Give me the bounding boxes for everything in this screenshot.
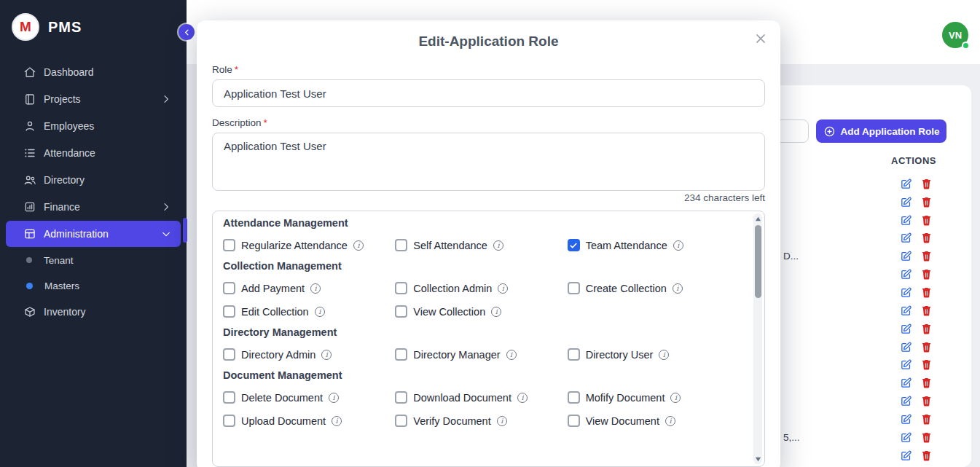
edit-icon[interactable] [900, 323, 912, 335]
sidebar-subitem-tenant[interactable]: Tenant [6, 248, 181, 272]
checkbox[interactable] [568, 282, 580, 294]
delete-icon[interactable] [920, 358, 933, 371]
edit-icon[interactable] [900, 358, 912, 371]
edit-icon[interactable] [900, 214, 912, 227]
edit-icon[interactable] [900, 305, 912, 317]
close-icon[interactable] [753, 31, 769, 47]
sidebar-item-inventory[interactable]: Inventory [6, 299, 181, 325]
delete-icon[interactable] [920, 250, 933, 262]
permission-view-document[interactable]: View Documenti [568, 415, 740, 427]
info-icon[interactable]: i [310, 283, 321, 294]
edit-icon[interactable] [900, 450, 912, 462]
permission-delete-document[interactable]: Delete Documenti [223, 391, 395, 404]
permission-add-payment[interactable]: Add Paymenti [223, 282, 395, 294]
checkbox[interactable] [395, 305, 407, 318]
edit-icon[interactable] [900, 413, 912, 425]
permission-view-collection[interactable]: View Collectioni [395, 305, 567, 318]
description-textarea[interactable]: Application Test User [212, 133, 765, 191]
sidebar-item-finance[interactable]: Finance [6, 194, 181, 220]
info-icon[interactable]: i [670, 393, 681, 403]
info-icon[interactable]: i [332, 416, 342, 426]
scroll-up-icon[interactable] [753, 214, 762, 223]
checkbox[interactable] [223, 391, 235, 404]
permission-create-collection[interactable]: Create Collectioni [568, 282, 740, 294]
delete-icon[interactable] [920, 413, 933, 425]
delete-icon[interactable] [920, 341, 933, 353]
sidebar-item-employees[interactable]: Employees [6, 113, 181, 139]
edit-icon[interactable] [900, 232, 912, 244]
info-icon[interactable]: i [497, 416, 507, 426]
checkbox[interactable] [223, 282, 235, 294]
checkbox[interactable] [223, 305, 235, 318]
checkbox-checked[interactable] [568, 239, 580, 251]
checkbox[interactable] [395, 415, 407, 427]
sidebar-collapse-button[interactable] [179, 24, 195, 40]
checkbox[interactable] [223, 348, 235, 361]
edit-icon[interactable] [900, 286, 912, 299]
delete-icon[interactable] [920, 305, 933, 317]
sidebar-item-dashboard[interactable]: Dashboard [6, 59, 181, 85]
info-icon[interactable]: i [498, 283, 508, 294]
checkbox[interactable] [395, 282, 407, 294]
delete-icon[interactable] [920, 232, 933, 244]
info-icon[interactable]: i [673, 240, 683, 251]
delete-icon[interactable] [920, 268, 933, 280]
delete-icon[interactable] [920, 286, 933, 299]
info-icon[interactable]: i [321, 350, 332, 360]
permission-directory-admin[interactable]: Directory Admini [223, 348, 395, 361]
info-icon[interactable]: i [329, 393, 339, 403]
delete-icon[interactable] [920, 323, 933, 335]
edit-icon[interactable] [900, 431, 912, 444]
role-input[interactable] [212, 79, 765, 107]
permission-upload-document[interactable]: Upload Documenti [223, 415, 395, 427]
add-application-role-button[interactable]: Add Application Role [816, 119, 946, 143]
checkbox[interactable] [568, 348, 580, 361]
sidebar-item-administration[interactable]: Administration [6, 221, 181, 247]
edit-icon[interactable] [900, 268, 912, 280]
edit-icon[interactable] [900, 395, 912, 407]
permission-team-attendance[interactable]: Team Attendancei [568, 239, 740, 251]
sidebar-item-projects[interactable]: Projects [6, 86, 181, 112]
permission-directory-manager[interactable]: Directory Manageri [395, 348, 567, 361]
info-icon[interactable]: i [665, 416, 675, 426]
permission-edit-collection[interactable]: Edit Collectioni [223, 305, 395, 318]
edit-icon[interactable] [900, 250, 912, 262]
info-icon[interactable]: i [493, 240, 503, 251]
edit-icon[interactable] [900, 196, 912, 208]
checkbox[interactable] [395, 391, 407, 404]
edit-icon[interactable] [900, 178, 912, 190]
permission-self-attendance[interactable]: Self Attendancei [395, 239, 567, 251]
permission-regularize-attendance[interactable]: Regularize Attendancei [223, 239, 395, 251]
delete-icon[interactable] [920, 377, 933, 389]
info-icon[interactable]: i [353, 240, 364, 251]
checkbox[interactable] [568, 415, 580, 427]
delete-icon[interactable] [920, 431, 933, 444]
delete-icon[interactable] [920, 196, 933, 208]
info-icon[interactable]: i [491, 307, 501, 317]
scroll-down-icon[interactable] [753, 455, 762, 463]
sidebar-subitem-masters[interactable]: Masters [6, 273, 181, 298]
checkbox[interactable] [395, 348, 407, 361]
info-icon[interactable]: i [506, 350, 517, 360]
edit-icon[interactable] [900, 341, 912, 353]
info-icon[interactable]: i [315, 307, 325, 317]
checkbox[interactable] [568, 391, 580, 404]
edit-icon[interactable] [900, 377, 912, 389]
checkbox[interactable] [223, 415, 235, 427]
permission-directory-user[interactable]: Directory Useri [568, 348, 740, 361]
permission-collection-admin[interactable]: Collection Admini [395, 282, 567, 294]
sidebar-item-attendance[interactable]: Attendance [6, 140, 181, 166]
info-icon[interactable]: i [517, 393, 528, 403]
permission-download-document[interactable]: Download Documenti [395, 391, 567, 404]
info-icon[interactable]: i [659, 350, 669, 360]
scrollbar[interactable] [753, 213, 762, 464]
permission-verify-document[interactable]: Verify Documenti [395, 415, 567, 427]
delete-icon[interactable] [920, 214, 933, 227]
info-icon[interactable]: i [673, 283, 683, 294]
delete-icon[interactable] [920, 395, 933, 407]
checkbox[interactable] [223, 239, 235, 251]
sidebar-item-directory[interactable]: Directory [6, 167, 181, 193]
delete-icon[interactable] [920, 178, 933, 190]
permission-mofify-document[interactable]: Mofify Documenti [568, 391, 740, 404]
delete-icon[interactable] [920, 450, 933, 462]
